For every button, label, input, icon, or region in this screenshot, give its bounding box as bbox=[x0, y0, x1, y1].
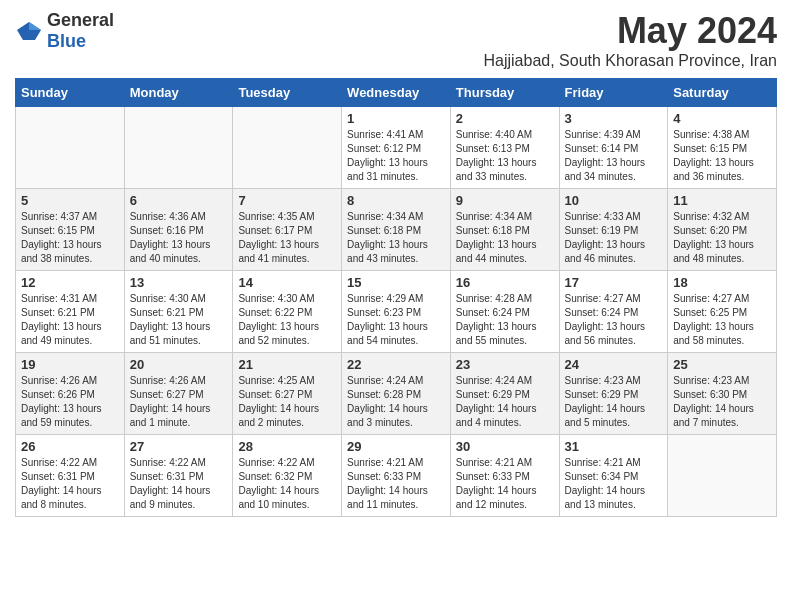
calendar-week-3: 12Sunrise: 4:31 AM Sunset: 6:21 PM Dayli… bbox=[16, 271, 777, 353]
calendar-cell: 28Sunrise: 4:22 AM Sunset: 6:32 PM Dayli… bbox=[233, 435, 342, 517]
weekday-header-sunday: Sunday bbox=[16, 79, 125, 107]
day-number: 29 bbox=[347, 439, 445, 454]
day-info: Sunrise: 4:21 AM Sunset: 6:33 PM Dayligh… bbox=[347, 456, 445, 512]
calendar-cell: 24Sunrise: 4:23 AM Sunset: 6:29 PM Dayli… bbox=[559, 353, 668, 435]
location-subtitle: Hajjiabad, South Khorasan Province, Iran bbox=[483, 52, 777, 70]
day-info: Sunrise: 4:21 AM Sunset: 6:34 PM Dayligh… bbox=[565, 456, 663, 512]
day-info: Sunrise: 4:34 AM Sunset: 6:18 PM Dayligh… bbox=[347, 210, 445, 266]
month-year-title: May 2024 bbox=[483, 10, 777, 52]
page-header: General Blue May 2024 Hajjiabad, South K… bbox=[15, 10, 777, 70]
day-info: Sunrise: 4:30 AM Sunset: 6:21 PM Dayligh… bbox=[130, 292, 228, 348]
day-number: 8 bbox=[347, 193, 445, 208]
weekday-header-friday: Friday bbox=[559, 79, 668, 107]
calendar-cell: 11Sunrise: 4:32 AM Sunset: 6:20 PM Dayli… bbox=[668, 189, 777, 271]
calendar-cell: 30Sunrise: 4:21 AM Sunset: 6:33 PM Dayli… bbox=[450, 435, 559, 517]
day-info: Sunrise: 4:37 AM Sunset: 6:15 PM Dayligh… bbox=[21, 210, 119, 266]
day-number: 20 bbox=[130, 357, 228, 372]
day-info: Sunrise: 4:26 AM Sunset: 6:27 PM Dayligh… bbox=[130, 374, 228, 430]
day-number: 19 bbox=[21, 357, 119, 372]
calendar-cell: 20Sunrise: 4:26 AM Sunset: 6:27 PM Dayli… bbox=[124, 353, 233, 435]
weekday-header-monday: Monday bbox=[124, 79, 233, 107]
day-info: Sunrise: 4:40 AM Sunset: 6:13 PM Dayligh… bbox=[456, 128, 554, 184]
calendar-cell bbox=[124, 107, 233, 189]
day-number: 14 bbox=[238, 275, 336, 290]
day-info: Sunrise: 4:30 AM Sunset: 6:22 PM Dayligh… bbox=[238, 292, 336, 348]
calendar-cell: 10Sunrise: 4:33 AM Sunset: 6:19 PM Dayli… bbox=[559, 189, 668, 271]
calendar-cell: 5Sunrise: 4:37 AM Sunset: 6:15 PM Daylig… bbox=[16, 189, 125, 271]
day-info: Sunrise: 4:27 AM Sunset: 6:25 PM Dayligh… bbox=[673, 292, 771, 348]
day-number: 25 bbox=[673, 357, 771, 372]
calendar-cell bbox=[233, 107, 342, 189]
calendar-cell: 25Sunrise: 4:23 AM Sunset: 6:30 PM Dayli… bbox=[668, 353, 777, 435]
calendar-cell: 4Sunrise: 4:38 AM Sunset: 6:15 PM Daylig… bbox=[668, 107, 777, 189]
day-info: Sunrise: 4:33 AM Sunset: 6:19 PM Dayligh… bbox=[565, 210, 663, 266]
day-info: Sunrise: 4:23 AM Sunset: 6:29 PM Dayligh… bbox=[565, 374, 663, 430]
calendar-cell: 6Sunrise: 4:36 AM Sunset: 6:16 PM Daylig… bbox=[124, 189, 233, 271]
calendar-cell: 18Sunrise: 4:27 AM Sunset: 6:25 PM Dayli… bbox=[668, 271, 777, 353]
calendar-cell: 19Sunrise: 4:26 AM Sunset: 6:26 PM Dayli… bbox=[16, 353, 125, 435]
day-info: Sunrise: 4:41 AM Sunset: 6:12 PM Dayligh… bbox=[347, 128, 445, 184]
day-info: Sunrise: 4:22 AM Sunset: 6:31 PM Dayligh… bbox=[130, 456, 228, 512]
logo-icon bbox=[15, 20, 43, 42]
day-number: 18 bbox=[673, 275, 771, 290]
calendar-cell: 17Sunrise: 4:27 AM Sunset: 6:24 PM Dayli… bbox=[559, 271, 668, 353]
day-number: 23 bbox=[456, 357, 554, 372]
day-number: 30 bbox=[456, 439, 554, 454]
day-info: Sunrise: 4:29 AM Sunset: 6:23 PM Dayligh… bbox=[347, 292, 445, 348]
calendar-cell: 13Sunrise: 4:30 AM Sunset: 6:21 PM Dayli… bbox=[124, 271, 233, 353]
day-number: 21 bbox=[238, 357, 336, 372]
day-info: Sunrise: 4:23 AM Sunset: 6:30 PM Dayligh… bbox=[673, 374, 771, 430]
day-number: 12 bbox=[21, 275, 119, 290]
calendar-cell: 29Sunrise: 4:21 AM Sunset: 6:33 PM Dayli… bbox=[342, 435, 451, 517]
day-number: 5 bbox=[21, 193, 119, 208]
calendar-week-4: 19Sunrise: 4:26 AM Sunset: 6:26 PM Dayli… bbox=[16, 353, 777, 435]
calendar-table: SundayMondayTuesdayWednesdayThursdayFrid… bbox=[15, 78, 777, 517]
day-number: 13 bbox=[130, 275, 228, 290]
day-info: Sunrise: 4:25 AM Sunset: 6:27 PM Dayligh… bbox=[238, 374, 336, 430]
calendar-week-1: 1Sunrise: 4:41 AM Sunset: 6:12 PM Daylig… bbox=[16, 107, 777, 189]
calendar-cell bbox=[668, 435, 777, 517]
calendar-cell: 22Sunrise: 4:24 AM Sunset: 6:28 PM Dayli… bbox=[342, 353, 451, 435]
day-info: Sunrise: 4:27 AM Sunset: 6:24 PM Dayligh… bbox=[565, 292, 663, 348]
calendar-week-5: 26Sunrise: 4:22 AM Sunset: 6:31 PM Dayli… bbox=[16, 435, 777, 517]
day-info: Sunrise: 4:24 AM Sunset: 6:28 PM Dayligh… bbox=[347, 374, 445, 430]
day-info: Sunrise: 4:22 AM Sunset: 6:32 PM Dayligh… bbox=[238, 456, 336, 512]
day-number: 9 bbox=[456, 193, 554, 208]
day-number: 22 bbox=[347, 357, 445, 372]
day-number: 6 bbox=[130, 193, 228, 208]
svg-marker-1 bbox=[29, 22, 41, 30]
calendar-cell: 2Sunrise: 4:40 AM Sunset: 6:13 PM Daylig… bbox=[450, 107, 559, 189]
day-info: Sunrise: 4:34 AM Sunset: 6:18 PM Dayligh… bbox=[456, 210, 554, 266]
calendar-cell: 21Sunrise: 4:25 AM Sunset: 6:27 PM Dayli… bbox=[233, 353, 342, 435]
weekday-header-saturday: Saturday bbox=[668, 79, 777, 107]
calendar-cell: 16Sunrise: 4:28 AM Sunset: 6:24 PM Dayli… bbox=[450, 271, 559, 353]
calendar-cell: 14Sunrise: 4:30 AM Sunset: 6:22 PM Dayli… bbox=[233, 271, 342, 353]
day-info: Sunrise: 4:26 AM Sunset: 6:26 PM Dayligh… bbox=[21, 374, 119, 430]
day-number: 3 bbox=[565, 111, 663, 126]
day-number: 27 bbox=[130, 439, 228, 454]
weekday-header-thursday: Thursday bbox=[450, 79, 559, 107]
calendar-cell: 1Sunrise: 4:41 AM Sunset: 6:12 PM Daylig… bbox=[342, 107, 451, 189]
day-info: Sunrise: 4:21 AM Sunset: 6:33 PM Dayligh… bbox=[456, 456, 554, 512]
calendar-week-2: 5Sunrise: 4:37 AM Sunset: 6:15 PM Daylig… bbox=[16, 189, 777, 271]
calendar-cell: 8Sunrise: 4:34 AM Sunset: 6:18 PM Daylig… bbox=[342, 189, 451, 271]
calendar-cell: 27Sunrise: 4:22 AM Sunset: 6:31 PM Dayli… bbox=[124, 435, 233, 517]
day-number: 26 bbox=[21, 439, 119, 454]
calendar-cell: 7Sunrise: 4:35 AM Sunset: 6:17 PM Daylig… bbox=[233, 189, 342, 271]
day-number: 24 bbox=[565, 357, 663, 372]
day-info: Sunrise: 4:24 AM Sunset: 6:29 PM Dayligh… bbox=[456, 374, 554, 430]
day-number: 28 bbox=[238, 439, 336, 454]
calendar-cell: 31Sunrise: 4:21 AM Sunset: 6:34 PM Dayli… bbox=[559, 435, 668, 517]
calendar-cell: 12Sunrise: 4:31 AM Sunset: 6:21 PM Dayli… bbox=[16, 271, 125, 353]
calendar-cell: 26Sunrise: 4:22 AM Sunset: 6:31 PM Dayli… bbox=[16, 435, 125, 517]
logo-blue: Blue bbox=[47, 31, 86, 51]
day-info: Sunrise: 4:35 AM Sunset: 6:17 PM Dayligh… bbox=[238, 210, 336, 266]
weekday-header-tuesday: Tuesday bbox=[233, 79, 342, 107]
day-number: 11 bbox=[673, 193, 771, 208]
calendar-cell: 9Sunrise: 4:34 AM Sunset: 6:18 PM Daylig… bbox=[450, 189, 559, 271]
day-info: Sunrise: 4:32 AM Sunset: 6:20 PM Dayligh… bbox=[673, 210, 771, 266]
day-info: Sunrise: 4:31 AM Sunset: 6:21 PM Dayligh… bbox=[21, 292, 119, 348]
day-info: Sunrise: 4:38 AM Sunset: 6:15 PM Dayligh… bbox=[673, 128, 771, 184]
title-section: May 2024 Hajjiabad, South Khorasan Provi… bbox=[483, 10, 777, 70]
weekday-header-wednesday: Wednesday bbox=[342, 79, 451, 107]
